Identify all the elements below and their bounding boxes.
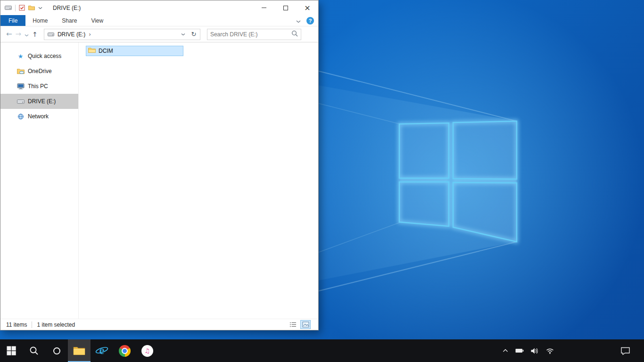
cortana-button[interactable] (45, 339, 68, 362)
sidebar-item-network[interactable]: Network (0, 109, 78, 124)
battery-icon[interactable] (515, 348, 524, 353)
file-item-dcim[interactable]: DCIM (86, 46, 183, 56)
status-separator (32, 321, 32, 328)
screen: DRIVE (E:) × File Home Share View ? ← → (0, 0, 644, 362)
breadcrumb-drive[interactable]: DRIVE (E:) (57, 31, 86, 38)
drive-icon (48, 33, 54, 36)
network-icon (17, 114, 25, 120)
ribbon-tab-row: File Home Share View ? (0, 15, 318, 26)
address-bar-controls: ↻ (178, 29, 199, 40)
selection-count: 1 item selected (37, 321, 75, 328)
large-icons-view-button[interactable] (300, 320, 311, 329)
taskbar-search-button[interactable] (23, 339, 45, 362)
minimize-button[interactable] (253, 0, 275, 15)
tab-share[interactable]: Share (55, 15, 84, 26)
address-dropdown-chevron-icon[interactable] (178, 29, 189, 40)
file-explorer-icon (73, 346, 85, 356)
quick-access-toolbar (0, 5, 42, 11)
status-bar: 11 items 1 item selected (0, 319, 318, 330)
navigation-toolbar: ← → ↑ DRIVE (E:) › ↻ (0, 26, 318, 42)
back-button[interactable]: ← (6, 31, 12, 38)
window-title: DRIVE (E:) (53, 5, 81, 11)
sidebar-item-label: OneDrive (28, 68, 52, 74)
maximize-button[interactable] (275, 0, 297, 15)
maximize-icon (283, 6, 288, 10)
sidebar-item-this-pc[interactable]: This PC (0, 79, 78, 94)
taskbar: e ♫ (0, 339, 644, 362)
file-list-area[interactable]: DCIM (79, 42, 318, 319)
drive-icon (17, 99, 25, 104)
details-view-icon (289, 321, 297, 328)
search-icon (29, 346, 39, 355)
forward-button[interactable]: → (16, 31, 22, 38)
taskbar-file-explorer-button[interactable] (68, 339, 91, 362)
minimize-icon (262, 8, 266, 8)
drive-icon (5, 6, 12, 10)
chrome-button[interactable] (113, 339, 136, 362)
title-bar[interactable]: DRIVE (E:) × (0, 0, 318, 15)
this-pc-icon (17, 83, 25, 90)
up-button[interactable]: ↑ (32, 31, 38, 38)
view-toggles (288, 320, 311, 329)
action-center-icon[interactable] (621, 347, 630, 355)
expand-ribbon-chevron-icon[interactable] (296, 16, 301, 25)
refresh-icon[interactable]: ↻ (189, 29, 199, 40)
help-icon[interactable]: ? (306, 17, 314, 25)
volume-icon[interactable] (531, 348, 539, 354)
search-input[interactable] (210, 31, 291, 38)
breadcrumb-chevron-icon[interactable]: › (89, 31, 91, 38)
search-icon[interactable] (291, 30, 298, 39)
star-icon: ★ (17, 53, 25, 59)
sidebar-item-label: This PC (28, 83, 48, 90)
svg-text:e: e (99, 344, 105, 356)
start-button[interactable] (0, 339, 23, 362)
internet-explorer-button[interactable]: e (91, 339, 113, 362)
tab-file[interactable]: File (0, 15, 25, 26)
close-button[interactable]: × (297, 0, 318, 15)
recent-locations-chevron-icon[interactable] (25, 30, 29, 39)
tab-view[interactable]: View (84, 15, 110, 26)
qat-dropdown-chevron-icon[interactable] (38, 7, 42, 9)
tab-home[interactable]: Home (25, 15, 55, 26)
window-body: ★ Quick access OneDrive This PC (0, 42, 318, 319)
chrome-icon (119, 345, 131, 357)
large-icons-view-icon (302, 321, 309, 328)
sidebar-item-label: DRIVE (E:) (28, 98, 56, 105)
system-tray (503, 339, 644, 362)
itunes-icon: ♫ (141, 345, 153, 357)
new-folder-icon[interactable] (28, 5, 35, 10)
sidebar-item-drive-e[interactable]: DRIVE (E:) (0, 94, 78, 109)
file-name: DCIM (99, 48, 113, 54)
sidebar-item-onedrive[interactable]: OneDrive (0, 64, 78, 79)
cortana-icon (53, 347, 60, 354)
file-explorer-window: DRIVE (E:) × File Home Share View ? ← → (0, 0, 319, 330)
close-icon: × (304, 4, 310, 12)
qat-separator (15, 5, 16, 11)
sidebar-item-label: Quick access (28, 53, 61, 59)
details-view-button[interactable] (288, 320, 298, 329)
folder-icon (88, 47, 96, 55)
onedrive-icon (17, 68, 25, 74)
navigation-pane: ★ Quick access OneDrive This PC (0, 42, 79, 319)
items-count: 11 items (6, 321, 27, 328)
address-bar[interactable]: DRIVE (E:) › ↻ (44, 29, 200, 40)
internet-explorer-icon: e (95, 344, 108, 357)
ribbon-right-controls: ? (296, 15, 318, 26)
network-wifi-icon[interactable] (546, 348, 554, 354)
hidden-icons-chevron-icon[interactable] (503, 349, 508, 353)
window-controls: × (253, 0, 318, 15)
search-box (207, 29, 301, 40)
properties-icon[interactable] (19, 5, 25, 11)
itunes-button[interactable]: ♫ (136, 339, 158, 362)
sidebar-item-label: Network (28, 113, 49, 120)
windows-logo-icon (7, 346, 16, 355)
sidebar-item-quick-access[interactable]: ★ Quick access (0, 49, 78, 64)
